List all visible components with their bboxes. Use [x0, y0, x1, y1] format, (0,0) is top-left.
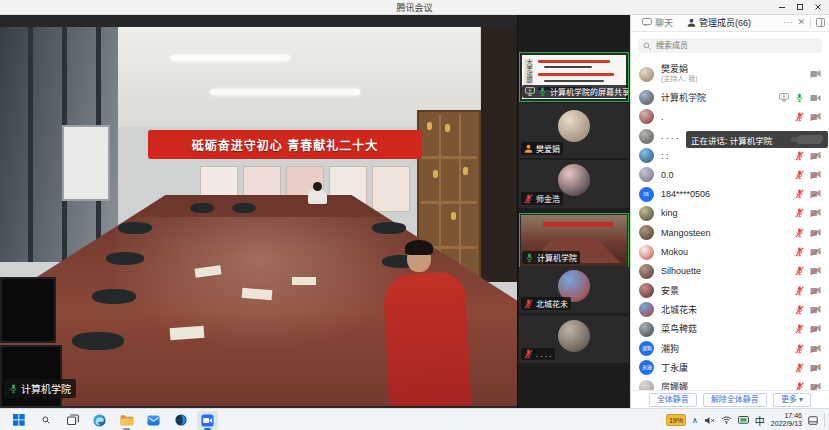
member-status-icons	[795, 112, 821, 122]
task-view-button[interactable]	[62, 411, 83, 430]
member-panel: 聊天管理成员(66)···✕ 樊爱娟(主持人, 我)计算机学院.. . . .:…	[630, 14, 829, 408]
member-name: 计算机学院	[661, 93, 706, 103]
mic-muted-icon	[795, 228, 804, 238]
camera-off-icon	[810, 209, 821, 217]
member-name-wrap: Silhouette	[661, 266, 701, 276]
panel-close-button[interactable]: ✕	[797, 18, 805, 27]
member-row[interactable]: 北城花未	[631, 300, 829, 319]
thumbnail-name: 计算机学院的屏幕共享	[550, 86, 629, 97]
speaker-muted-icon[interactable]	[704, 416, 715, 425]
member-row[interactable]: 计算机学院	[631, 88, 829, 107]
member-name-wrap: 184****0506	[661, 189, 710, 199]
video-thumbnail[interactable]: 北城花未	[519, 267, 629, 313]
show-desktop-divider[interactable]	[824, 413, 825, 427]
member-row[interactable]: 房娜娜	[631, 377, 829, 391]
member-name: Silhouette	[661, 266, 701, 276]
thumbnail-name: 樊爱娟	[536, 143, 560, 154]
close-button[interactable]	[809, 0, 827, 14]
notification-icon[interactable]	[808, 416, 818, 425]
ime-indicator[interactable]: 中	[755, 413, 765, 428]
member-status-icons	[795, 208, 821, 218]
member-status-icons	[795, 228, 821, 238]
member-row[interactable]: king	[631, 204, 829, 223]
file-explorer-icon	[120, 414, 134, 426]
battery-indicator[interactable]: 19%	[666, 414, 686, 426]
maximize-button[interactable]	[791, 0, 809, 14]
network-icon[interactable]	[721, 416, 732, 424]
panel-more-button[interactable]: ···	[783, 18, 792, 27]
speaking-wave-icon	[796, 135, 825, 144]
screen-share-indicator-icon[interactable]	[738, 416, 749, 425]
file-explorer-button[interactable]	[116, 411, 137, 430]
search-button[interactable]	[35, 411, 56, 430]
taskbar-clock[interactable]: 17:46 2022/9/13	[771, 412, 802, 428]
member-name: 樊爱娟	[661, 64, 698, 74]
thumbnail-avatar	[558, 320, 590, 352]
member-row[interactable]: : :	[631, 146, 829, 165]
title-bar: 腾讯会议	[0, 0, 829, 15]
member-name-wrap: king	[661, 208, 678, 218]
member-row[interactable]: 06184****0506	[631, 184, 829, 203]
hidden-icons-chevron[interactable]: ∧	[692, 416, 698, 425]
member-row[interactable]: 永康丁永康	[631, 358, 829, 377]
member-row[interactable]: 樊爱娟(主持人, 我)	[631, 60, 829, 88]
member-name: 0.0	[661, 170, 674, 180]
mic-muted-icon	[795, 247, 804, 257]
tab-divider	[810, 18, 811, 28]
people-icon	[687, 18, 696, 27]
tab-members[interactable]: 管理成员(66)	[680, 14, 758, 31]
unmute-all-button[interactable]: 解除全体静音	[703, 393, 767, 407]
mic-muted-icon	[795, 363, 804, 373]
search-input[interactable]	[654, 40, 817, 51]
search-box[interactable]	[638, 38, 822, 53]
camera-off-icon	[810, 152, 821, 160]
main-video-stage[interactable]: 砥砺奋进守初心 青春献礼二十大	[0, 14, 517, 408]
member-status-icons	[795, 286, 821, 296]
member-status-icons	[795, 363, 821, 373]
panel-layout-icon[interactable]	[816, 18, 825, 27]
member-name-wrap: Mokou	[661, 247, 688, 257]
more-button[interactable]: 更多 ▾	[773, 393, 811, 407]
video-thumbnail[interactable]: 大学试题计算机学院的屏幕共享	[519, 52, 629, 102]
video-thumbnail[interactable]: . . . .	[519, 316, 629, 363]
scene-table-sheen	[90, 217, 430, 357]
member-name-wrap: Mangosteen	[661, 228, 711, 238]
member-row[interactable]: Mokou	[631, 242, 829, 261]
thumbnail-name: 北城花未	[536, 298, 568, 309]
scene-poster	[372, 166, 410, 212]
member-name: . . . .	[661, 131, 679, 141]
tab-chat[interactable]: 聊天	[635, 14, 680, 31]
member-row[interactable]: 菜鸟稗菇	[631, 320, 829, 339]
minimize-button[interactable]	[773, 0, 791, 14]
mic-on-icon	[525, 253, 534, 263]
member-name-wrap: . . . .	[661, 131, 679, 141]
video-thumbnail[interactable]: 樊爱娟	[519, 103, 629, 158]
member-name: .	[661, 112, 664, 122]
member-row[interactable]: .	[631, 107, 829, 126]
member-name: 丁永康	[661, 363, 688, 373]
tab-actions: ···✕	[783, 18, 825, 28]
taskbar-apps	[0, 411, 218, 430]
member-row[interactable]: 安景	[631, 281, 829, 300]
tencent-meeting-icon	[201, 414, 214, 427]
thumbnail-name: 计算机学院	[537, 252, 577, 263]
member-row[interactable]: 0.0	[631, 165, 829, 184]
mail-button[interactable]	[143, 411, 164, 430]
member-name: : :	[661, 151, 669, 161]
member-avatar	[639, 264, 654, 279]
start-button[interactable]	[8, 411, 29, 430]
member-row[interactable]: Mangosteen	[631, 223, 829, 242]
member-status-icons	[795, 344, 821, 354]
member-name-wrap: 安景	[661, 286, 679, 296]
tencent-meeting-button[interactable]	[197, 411, 218, 430]
browser-button[interactable]	[170, 411, 191, 430]
screen: 腾讯会议	[0, 0, 829, 430]
video-thumbnail[interactable]: 师金浩	[519, 160, 629, 208]
member-row[interactable]: Silhouette	[631, 262, 829, 281]
video-thumbnail[interactable]: 计算机学院	[519, 213, 629, 268]
edge-button[interactable]	[89, 411, 110, 430]
member-avatar	[639, 283, 654, 298]
member-name-wrap: 0.0	[661, 170, 674, 180]
member-row[interactable]: 潮狗潮狗	[631, 339, 829, 358]
mute-all-button[interactable]: 全体静音	[649, 393, 697, 407]
